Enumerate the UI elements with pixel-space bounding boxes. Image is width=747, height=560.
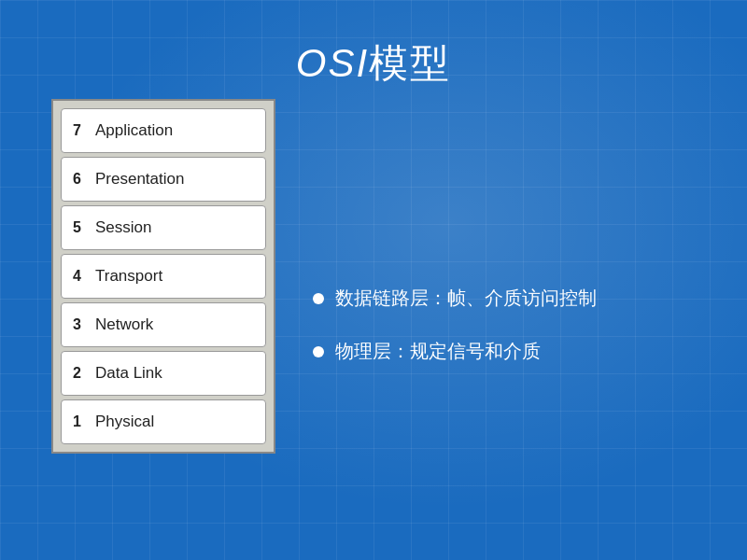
layer-4: 4Transport	[61, 254, 266, 299]
layer-number-3: 3	[73, 316, 86, 333]
bullet-dot-1	[313, 293, 324, 304]
slide: OSI模型 7Application6Presentation5Session4…	[0, 0, 747, 560]
layer-number-2: 2	[73, 365, 86, 382]
content-area: 7Application6Presentation5Session4Transp…	[0, 99, 747, 454]
layer-7: 7Application	[61, 108, 266, 153]
slide-title: OSI模型	[0, 0, 747, 90]
layer-6: 6Presentation	[61, 157, 266, 202]
bullet-text-2: 物理层：规定信号和介质	[335, 339, 541, 364]
layer-3: 3Network	[61, 302, 266, 347]
bullet-item-1: 数据链路层：帧、介质访问控制	[313, 286, 597, 311]
title-chinese: 模型	[369, 41, 451, 85]
layer-2: 2Data Link	[61, 351, 266, 396]
layer-number-1: 1	[73, 413, 86, 430]
osi-layer-diagram: 7Application6Presentation5Session4Transp…	[51, 99, 275, 454]
title-osi: OSI	[296, 41, 369, 85]
layer-1: 1Physical	[61, 399, 266, 444]
layer-5: 5Session	[61, 205, 266, 250]
layer-name-5: Session	[95, 218, 151, 237]
layer-name-1: Physical	[95, 413, 154, 431]
bullet-text-1: 数据链路层：帧、介质访问控制	[335, 286, 597, 311]
layer-name-4: Transport	[95, 267, 162, 286]
layer-number-4: 4	[73, 268, 86, 285]
layer-name-2: Data Link	[95, 364, 162, 383]
layer-name-6: Presentation	[95, 170, 184, 189]
layer-number-7: 7	[73, 122, 86, 139]
layer-number-5: 5	[73, 219, 86, 236]
bullet-item-2: 物理层：规定信号和介质	[313, 339, 597, 364]
layer-number-6: 6	[73, 171, 86, 188]
bullet-dot-2	[313, 346, 324, 357]
bullet-points: 数据链路层：帧、介质访问控制物理层：规定信号和介质	[313, 286, 597, 364]
layer-name-7: Application	[95, 121, 173, 140]
layer-name-3: Network	[95, 315, 153, 334]
